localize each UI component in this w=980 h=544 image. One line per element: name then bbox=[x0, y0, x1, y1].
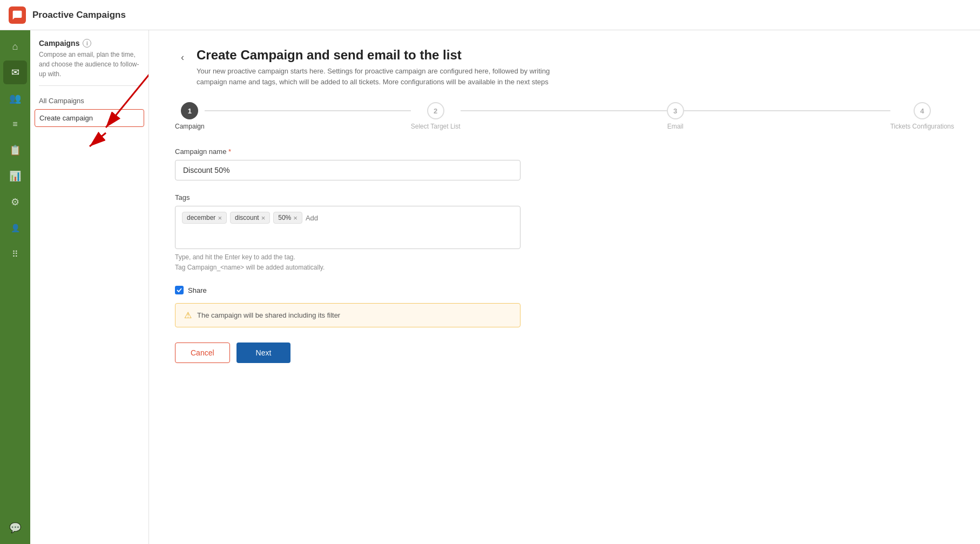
home-icon: ⌂ bbox=[12, 41, 18, 52]
step-3: 3 Email bbox=[667, 102, 684, 130]
sidebar-item-users[interactable]: 👥 bbox=[3, 86, 27, 110]
campaign-name-label: Campaign name * bbox=[175, 147, 954, 156]
sidebar-item-settings[interactable]: ⚙ bbox=[3, 190, 27, 214]
app-title: Proactive Campaigns bbox=[32, 10, 126, 21]
campaign-name-group: Campaign name * bbox=[175, 147, 954, 180]
page-header: ‹ Create Campaign and send email to the … bbox=[175, 48, 954, 87]
grid-icon: ⠿ bbox=[12, 249, 19, 259]
step-3-circle: 3 bbox=[667, 102, 684, 119]
content-area: ‹ Create Campaign and send email to the … bbox=[149, 30, 980, 544]
sidebar-item-list[interactable]: ≡ bbox=[3, 112, 27, 136]
secondary-sidebar: Campaigns i Compose an email, plan the t… bbox=[30, 30, 149, 544]
sidebar-description: Compose an email, plan the time, and cho… bbox=[30, 50, 148, 85]
tag-discount: discount × bbox=[230, 212, 270, 224]
campaign-name-input[interactable] bbox=[175, 160, 521, 180]
back-button[interactable]: ‹ bbox=[175, 50, 190, 65]
page-title-block: Create Campaign and send email to the li… bbox=[197, 48, 575, 87]
step-line-1 bbox=[205, 110, 411, 111]
sidebar-item-mail[interactable]: ✉ bbox=[3, 61, 27, 84]
cancel-button[interactable]: Cancel bbox=[175, 342, 230, 363]
tag-50: 50% × bbox=[273, 212, 302, 224]
page-title: Create Campaign and send email to the li… bbox=[197, 48, 575, 63]
sidebar-item-team[interactable]: 👤 bbox=[3, 216, 27, 240]
chart-icon: 📊 bbox=[9, 170, 21, 182]
topbar: Proactive Campaigns bbox=[0, 0, 980, 30]
tag-add-input[interactable] bbox=[306, 212, 349, 224]
app-logo bbox=[9, 6, 26, 24]
mail-icon: ✉ bbox=[11, 66, 19, 78]
checkbox-checkmark bbox=[177, 287, 182, 293]
sidebar-divider bbox=[39, 85, 140, 86]
share-checkbox[interactable] bbox=[175, 286, 184, 294]
team-icon: 👤 bbox=[11, 224, 20, 232]
tags-label: Tags bbox=[175, 193, 954, 202]
sidebar-section-title: Campaigns i bbox=[30, 39, 148, 50]
tag-december: december × bbox=[182, 212, 227, 224]
sidebar-item-chart[interactable]: 📊 bbox=[3, 164, 27, 188]
icon-sidebar: ⌂ ✉ 👥 ≡ 📋 📊 ⚙ 👤 ⠿ 💬 bbox=[0, 30, 30, 544]
info-icon[interactable]: i bbox=[83, 39, 91, 48]
page-subtitle: Your new proactive campaign starts here.… bbox=[197, 66, 575, 87]
tag-50-remove[interactable]: × bbox=[293, 214, 298, 221]
users-icon: 👥 bbox=[9, 92, 21, 104]
sidebar-item-chat[interactable]: 💬 bbox=[3, 516, 27, 540]
sidebar-item-grid[interactable]: ⠿ bbox=[3, 242, 27, 266]
warning-box: ⚠ The campaign will be shared including … bbox=[175, 303, 521, 327]
stepper: 1 Campaign 2 Select Target List 3 Email bbox=[175, 102, 954, 130]
sidebar-item-create-campaign[interactable]: Create campaign bbox=[35, 109, 144, 127]
tag-december-remove[interactable]: × bbox=[218, 214, 222, 221]
step-line-2 bbox=[461, 110, 667, 111]
main-layout: ⌂ ✉ 👥 ≡ 📋 📊 ⚙ 👤 ⠿ 💬 bbox=[0, 30, 980, 544]
next-button[interactable]: Next bbox=[236, 342, 291, 363]
list-icon: ≡ bbox=[12, 119, 17, 129]
step-4-label: Tickets Configurations bbox=[890, 123, 954, 130]
tags-hint: Type, and hit the Enter key to add the t… bbox=[175, 252, 954, 273]
step-1-circle: 1 bbox=[181, 102, 198, 119]
campaigns-title: Campaigns bbox=[39, 39, 79, 48]
step-line-3 bbox=[684, 110, 890, 111]
step-1: 1 Campaign bbox=[175, 102, 205, 130]
step-4: 4 Tickets Configurations bbox=[890, 102, 954, 130]
chat-bottom-icon: 💬 bbox=[9, 522, 21, 534]
step-1-label: Campaign bbox=[175, 123, 205, 130]
settings-icon: ⚙ bbox=[11, 196, 19, 208]
step-4-circle: 4 bbox=[914, 102, 931, 119]
tags-row: december × discount × 50% × bbox=[182, 212, 513, 224]
share-checkbox-row[interactable]: Share bbox=[175, 286, 954, 294]
warning-icon: ⚠ bbox=[184, 310, 192, 320]
required-marker: * bbox=[228, 147, 231, 156]
sidebar-item-all-campaigns[interactable]: All Campaigns bbox=[30, 92, 148, 109]
tags-container[interactable]: december × discount × 50% × bbox=[175, 206, 521, 249]
tag-discount-remove[interactable]: × bbox=[261, 214, 266, 221]
step-2-label: Select Target List bbox=[411, 123, 461, 130]
tags-group: Tags december × discount × 50% × bbox=[175, 193, 954, 273]
step-3-label: Email bbox=[667, 123, 684, 130]
share-label: Share bbox=[188, 286, 207, 294]
report-icon: 📋 bbox=[9, 144, 21, 156]
svg-line-2 bbox=[90, 133, 106, 146]
warning-text: The campaign will be shared including it… bbox=[197, 311, 340, 319]
step-2: 2 Select Target List bbox=[411, 102, 461, 130]
form-buttons: Cancel Next bbox=[175, 342, 954, 363]
logo-icon bbox=[12, 10, 23, 21]
step-2-circle: 2 bbox=[427, 102, 444, 119]
sidebar-item-home[interactable]: ⌂ bbox=[3, 35, 27, 58]
sidebar-item-report[interactable]: 📋 bbox=[3, 138, 27, 162]
